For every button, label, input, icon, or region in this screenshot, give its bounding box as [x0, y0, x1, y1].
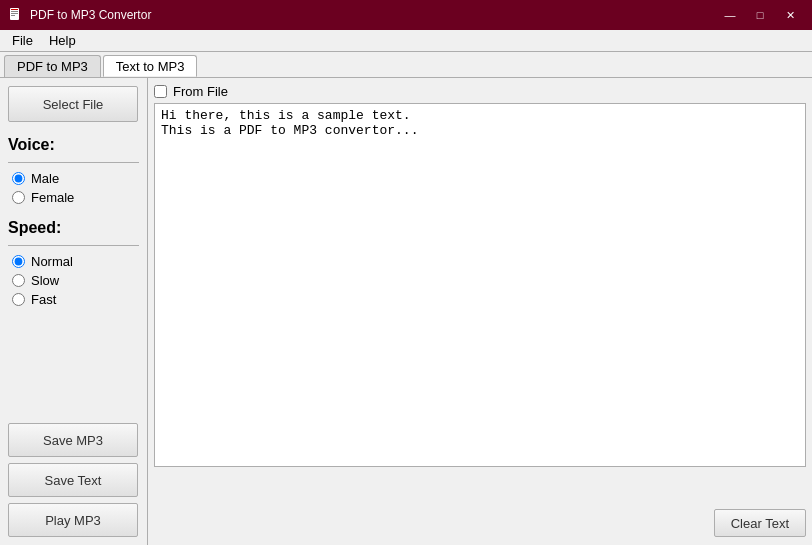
speed-slow-option[interactable]: Slow: [12, 273, 139, 288]
title-bar-left: PDF to MP3 Convertor: [8, 7, 151, 23]
tab-pdf[interactable]: PDF to MP3: [4, 55, 101, 77]
title-bar-controls: — □ ✕: [716, 5, 804, 25]
save-mp3-button[interactable]: Save MP3: [8, 423, 138, 457]
speed-label: Speed:: [8, 219, 139, 237]
play-mp3-button[interactable]: Play MP3: [8, 503, 138, 537]
voice-female-option[interactable]: Female: [12, 190, 139, 205]
minimize-button[interactable]: —: [716, 5, 744, 25]
speed-group: Normal Slow Fast: [8, 254, 139, 307]
speed-fast-option[interactable]: Fast: [12, 292, 139, 307]
content-area: From File Hi there, this is a sample tex…: [148, 78, 812, 545]
app-icon: [8, 7, 24, 23]
speed-normal-label: Normal: [31, 254, 73, 269]
from-file-checkbox[interactable]: [154, 85, 167, 98]
svg-rect-2: [11, 11, 18, 12]
voice-male-radio[interactable]: [12, 172, 25, 185]
voice-male-label: Male: [31, 171, 59, 186]
bottom-buttons: Save MP3 Save Text Play MP3: [8, 415, 139, 537]
speed-fast-label: Fast: [31, 292, 56, 307]
svg-rect-4: [11, 15, 15, 16]
speed-slow-label: Slow: [31, 273, 59, 288]
speed-slow-radio[interactable]: [12, 274, 25, 287]
maximize-button[interactable]: □: [746, 5, 774, 25]
speed-fast-radio[interactable]: [12, 293, 25, 306]
tab-text[interactable]: Text to MP3: [103, 55, 198, 77]
save-text-button[interactable]: Save Text: [8, 463, 138, 497]
main-textarea[interactable]: Hi there, this is a sample text. This is…: [154, 103, 806, 467]
help-menu[interactable]: Help: [41, 30, 84, 51]
title-bar: PDF to MP3 Convertor — □ ✕: [0, 0, 812, 30]
speed-normal-option[interactable]: Normal: [12, 254, 139, 269]
from-file-label: From File: [173, 84, 228, 99]
voice-group: Male Female: [8, 171, 139, 205]
select-file-button[interactable]: Select File: [8, 86, 138, 122]
file-menu[interactable]: File: [4, 30, 41, 51]
voice-divider: [8, 162, 139, 163]
speed-normal-radio[interactable]: [12, 255, 25, 268]
bottom-bar: Clear Text: [154, 503, 806, 539]
voice-female-label: Female: [31, 190, 74, 205]
app-title: PDF to MP3 Convertor: [30, 8, 151, 22]
svg-rect-1: [11, 9, 18, 10]
speed-divider: [8, 245, 139, 246]
voice-label: Voice:: [8, 136, 139, 154]
close-button[interactable]: ✕: [776, 5, 804, 25]
svg-rect-3: [11, 13, 18, 14]
text-area-container: Hi there, this is a sample text. This is…: [154, 103, 806, 503]
voice-male-option[interactable]: Male: [12, 171, 139, 186]
voice-female-radio[interactable]: [12, 191, 25, 204]
from-file-row: From File: [154, 84, 806, 99]
menu-bar: File Help: [0, 30, 812, 52]
clear-text-button[interactable]: Clear Text: [714, 509, 806, 537]
main-content: Select File Voice: Male Female Speed: No…: [0, 78, 812, 545]
tab-bar: PDF to MP3 Text to MP3: [0, 52, 812, 78]
sidebar: Select File Voice: Male Female Speed: No…: [0, 78, 148, 545]
